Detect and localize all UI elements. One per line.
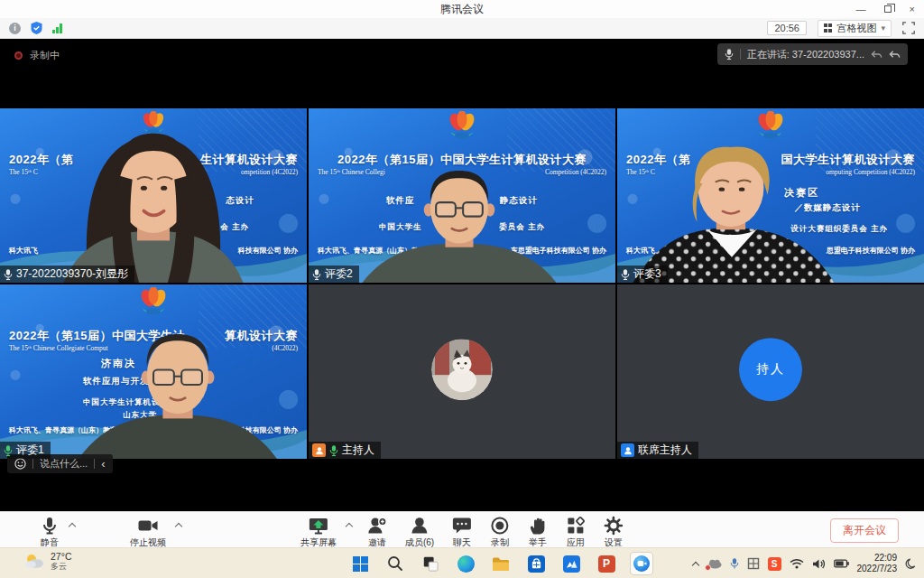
powerpoint-button[interactable]: P [595,552,618,575]
search-button[interactable] [383,552,407,575]
video-tile-judge2[interactable]: 2022年（第15届）中国大学生计算机设计大赛 The 15ᵗʰ Chinese… [309,108,615,283]
participant-name: 评委2 [325,267,353,281]
video-tile-cohost[interactable]: 持人 联席主持人 [617,284,924,459]
window-title: 腾讯会议 [440,2,484,17]
weather-temp: 27°C [51,551,71,562]
share-screen-button[interactable]: 共享屏幕 [300,516,337,549]
participant-name: 评委3 [633,267,661,281]
invite-person-icon [367,516,387,536]
participant-video-woman [617,145,854,283]
edge-icon [457,555,475,573]
camera-options-chevron[interactable] [175,523,182,530]
weather-cloudy-icon [23,552,45,570]
record-button[interactable]: 录制 [490,516,510,549]
taskbar-weather-widget[interactable]: 27°C 多云 [23,551,71,571]
video-tile-judge1[interactable]: 2022年（第15届）中国大学生计算机设计大赛 The 15ᵗʰ Chinese… [0,284,307,459]
network-signal-icon[interactable] [52,23,62,33]
tencent-meeting-icon [633,555,650,572]
participant-name-tag: 主持人 [309,442,381,459]
search-icon [387,555,403,572]
invite-button[interactable]: 邀请 [367,516,387,549]
mic-speaking-icon [329,444,338,457]
members-icon [410,516,430,536]
layout-switch-label: 宫格视图 [836,22,876,35]
chat-placeholder[interactable]: 说点什么... [40,457,88,471]
video-tile-liuyutong[interactable]: 2022年（第生计算机设计大赛 The 15ᵗʰ Competition (4C… [0,108,307,283]
members-button[interactable]: 成员(6) [405,516,434,549]
close-button[interactable]: × [910,5,915,14]
leave-meeting-button[interactable]: 离开会议 [830,518,899,543]
emoji-smiley-icon[interactable] [14,458,26,470]
microsoft-store-button[interactable] [524,552,548,575]
undo-arrow-icon[interactable] [889,50,901,60]
recording-label: 录制中 [30,49,60,62]
active-speaker-banner: 正在讲话: 37-202203937... [717,43,908,65]
tray-mic-icon[interactable] [730,557,739,570]
settings-button[interactable]: 设置 [604,516,624,549]
edge-browser-button[interactable] [454,552,477,575]
mute-button[interactable]: 静音 [40,516,60,549]
participant-name: 37-2022039370-刘昱彤 [16,267,128,281]
raise-hand-icon [528,516,548,536]
system-tray: S 22:09 2022/7/23 [693,548,918,578]
task-view-button[interactable] [419,552,442,575]
fullscreen-icon[interactable] [902,22,915,34]
onedrive-status[interactable] [707,558,722,569]
tray-expand-chevron[interactable] [691,561,698,568]
cohost-badge-icon [621,443,634,457]
mountain-app-button[interactable] [559,552,583,575]
participant-name-tag: 37-2022039370-刘昱彤 [0,266,134,283]
store-icon [528,555,545,573]
file-explorer-button[interactable] [489,552,513,575]
apps-button[interactable]: 应用 [566,516,586,549]
tencent-meeting-app-button[interactable] [630,552,653,575]
restore-icon [884,5,892,13]
stop-video-button[interactable]: 停止视频 [130,516,166,549]
host-badge-icon [312,443,326,457]
mic-icon [725,48,734,61]
sogou-input-icon[interactable]: S [768,557,781,571]
mountain-app-icon [563,555,580,573]
security-shield-icon[interactable] [31,22,42,34]
participant-name: 联席主持人 [638,443,692,457]
layout-switch-button[interactable]: 宫格视图 ▾ [818,20,892,37]
video-grid: 2022年（第生计算机设计大赛 The 15ᵗʰ Competition (4C… [0,108,924,459]
gear-icon [604,516,624,536]
error-badge-icon [705,564,711,571]
volume-icon[interactable] [812,558,826,570]
meeting-toolbar: i 20:56 宫格视图 ▾ [0,18,924,39]
chat-button[interactable]: 聊天 [452,516,472,549]
competition-logo [753,111,789,144]
banner-title: 2022年（第15届）中国大学生计算机设计大赛 [309,152,615,168]
host-avatar [431,339,493,400]
meeting-timer: 20:56 [767,21,807,35]
meeting-info-icon[interactable]: i [9,23,21,34]
chevron-left-icon[interactable]: ‹ [101,458,105,470]
task-view-icon [422,555,439,572]
video-stage: 录制中 正在讲话: 37-202203937... [0,40,924,511]
camera-icon [137,516,159,536]
video-tile-judge3[interactable]: 2022年（第国大学生计算机设计大赛 The 15ᵗʰ Computing Co… [617,108,924,283]
start-button[interactable] [348,552,372,575]
weather-desc: 多云 [51,562,71,571]
raise-hand-button[interactable]: 举手 [528,516,548,549]
competition-logo [444,111,480,144]
meeting-actions: 共享屏幕 邀请 成员(6) [300,516,624,549]
wifi-icon[interactable] [790,558,804,569]
ime-indicator-icon[interactable] [747,557,760,570]
taskbar-clock[interactable]: 22:09 2022/7/23 [857,553,898,574]
tencent-meeting-window: 腾讯会议 — × i 20:56 宫格视图 ▾ [0,0,924,578]
recording-dot-icon [14,51,23,60]
video-tile-host[interactable]: 主持人 [309,284,615,459]
share-options-chevron[interactable] [346,523,353,530]
windows-taskbar: 27°C 多云 [0,547,924,578]
participant-name-tag: 联席主持人 [617,442,698,459]
minimize-button[interactable]: — [856,5,866,14]
restore-view-icon[interactable] [871,50,882,60]
battery-icon[interactable] [834,559,849,568]
windows-logo-icon [352,555,369,573]
night-light-moon-icon[interactable] [905,558,917,570]
mic-options-chevron[interactable] [69,523,76,530]
powerpoint-icon: P [598,555,615,573]
restore-button[interactable] [884,5,892,13]
